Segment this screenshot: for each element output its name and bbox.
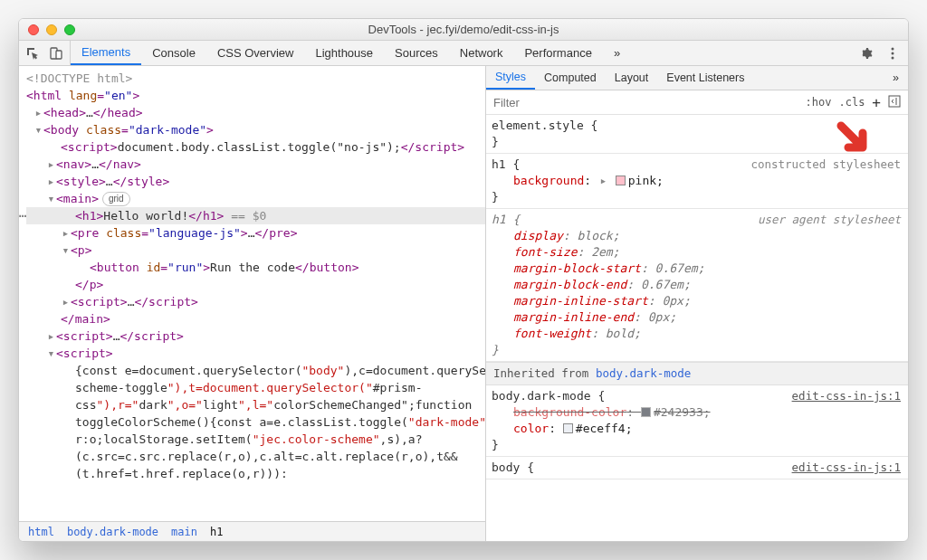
inherited-link[interactable]: body.dark-mode [596,366,691,380]
crumb[interactable]: h1 [210,526,223,538]
device-icon[interactable] [48,45,64,62]
tab-css-overview[interactable]: CSS Overview [206,41,305,65]
cls-button[interactable]: .cls [838,96,865,109]
devtools-window: DevTools - jec.fyi/demo/edit-css-in-js E… [18,18,909,542]
breadcrumb: html body.dark-mode main h1 [19,521,485,541]
doctype[interactable]: <!DOCTYPE html> [26,71,132,85]
color-swatch[interactable] [641,407,651,417]
svg-point-3 [892,52,894,54]
titlebar: DevTools - jec.fyi/demo/edit-css-in-js [19,19,908,41]
styles-tabs-overflow[interactable]: » [884,66,908,90]
traffic-lights [28,24,75,35]
crumb[interactable]: body.dark-mode [67,526,158,538]
tab-computed[interactable]: Computed [535,66,606,90]
styles-pane: Styles Computed Layout Event Listeners »… [486,66,908,541]
minimize-icon[interactable] [46,24,57,35]
content-area: <!DOCTYPE html> <html lang="en"> ▸<head>… [19,66,908,541]
styles-body[interactable]: element.style { } constructed stylesheet… [486,115,908,541]
tab-styles[interactable]: Styles [486,66,535,90]
tab-event-listeners[interactable]: Event Listeners [657,66,753,90]
filter-input[interactable] [486,96,798,109]
dom-tree[interactable]: <!DOCTYPE html> <html lang="en"> ▸<head>… [19,66,485,521]
rule-body[interactable]: edit-css-in-js:1 body { [486,457,908,479]
rule-h1-constructed[interactable]: constructed stylesheet h1 { background: … [486,154,908,209]
svg-point-4 [892,56,894,59]
hov-button[interactable]: :hov [806,96,832,109]
svg-rect-5 [889,96,900,107]
tab-console[interactable]: Console [141,41,206,65]
new-rule-button[interactable]: + [872,94,881,111]
styles-filter-bar: :hov .cls + [486,90,908,115]
tab-elements[interactable]: Elements [71,41,141,65]
inherited-from-bar: Inherited from body.dark-mode [486,362,908,385]
rule-body-dark[interactable]: edit-css-in-js:1 body.dark-mode { backgr… [486,385,908,457]
dom-pane: <!DOCTYPE html> <html lang="en"> ▸<head>… [19,66,486,541]
main-tabs: Elements Console CSS Overview Lighthouse… [71,41,631,65]
color-swatch[interactable] [563,423,573,433]
tabs-overflow[interactable]: » [603,41,631,65]
selected-node[interactable]: <h1>Hello world!</h1> == $0 [26,207,485,224]
script-content: {const e=document.querySelector("body"),… [26,362,485,482]
tab-sources[interactable]: Sources [384,41,449,65]
tab-lighthouse[interactable]: Lighthouse [304,41,384,65]
close-icon[interactable] [28,24,39,35]
tab-performance[interactable]: Performance [513,41,602,65]
rule-element-style[interactable]: element.style { } [486,115,908,154]
inspect-icon[interactable] [24,45,41,62]
rule-source[interactable]: edit-css-in-js:1 [792,460,901,476]
tab-network[interactable]: Network [449,41,514,65]
panel-toggle-icon[interactable] [888,95,901,110]
rule-source: user agent stylesheet [758,212,901,228]
grid-badge[interactable]: grid [102,192,130,206]
crumb[interactable]: main [171,526,197,538]
rule-source[interactable]: constructed stylesheet [750,157,901,173]
kebab-icon[interactable] [884,45,901,62]
maximize-icon[interactable] [64,24,75,35]
crumb[interactable]: html [28,526,54,538]
svg-rect-1 [56,51,62,59]
rule-source[interactable]: edit-css-in-js:1 [792,388,901,404]
color-swatch[interactable] [616,176,626,185]
window-title: DevTools - jec.fyi/demo/edit-css-in-js [19,23,908,36]
tab-layout[interactable]: Layout [606,66,658,90]
rule-h1-ua[interactable]: user agent stylesheet h1 { display: bloc… [486,209,908,362]
styles-tabs: Styles Computed Layout Event Listeners » [486,66,908,90]
gear-icon[interactable] [857,45,874,62]
svg-point-2 [892,47,894,50]
main-toolbar: Elements Console CSS Overview Lighthouse… [19,41,908,66]
